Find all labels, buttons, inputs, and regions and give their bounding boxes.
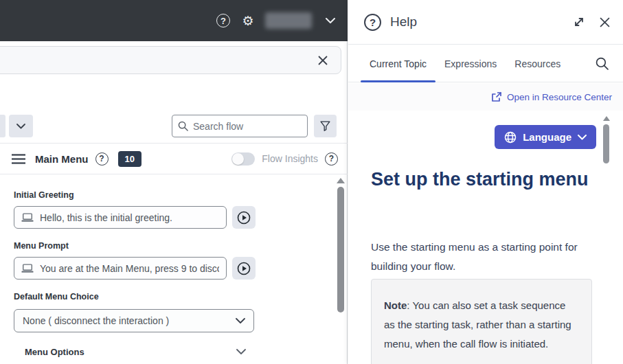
help-panel: ? Help Current Topic Expressions Resourc… [348, 0, 623, 364]
default-menu-choice-select[interactable]: None ( disconnect the interaction ) [14, 309, 254, 332]
chevron-down-icon [578, 135, 587, 140]
search-icon [178, 121, 188, 131]
help-search-button[interactable] [593, 55, 611, 73]
help-icon[interactable]: ? [216, 13, 231, 28]
hamburger-menu-icon[interactable] [12, 154, 25, 164]
search-icon [596, 57, 609, 70]
menu-count-badge: 10 [118, 151, 141, 167]
note-text: : You can also set a task sequence as th… [384, 299, 571, 350]
article-intro: Use the starting menu as a starting poin… [371, 238, 598, 276]
app-screen: ? ⚙ Main Menu ? 10 [0, 0, 623, 364]
menu-prompt-field [14, 257, 227, 280]
help-article: Language Set up the starting menu Use th… [359, 115, 606, 364]
article-note-box: Note: You can also set a task sequence a… [371, 279, 592, 364]
initial-greeting-field [14, 206, 227, 229]
external-link-icon [491, 91, 502, 102]
help-panel-title: Help [390, 14, 417, 30]
top-navigation-bar: ? ⚙ [0, 0, 348, 41]
play-menu-prompt-button[interactable] [232, 257, 256, 280]
resource-link-row: Open in Resource Center [348, 83, 623, 111]
flow-insights-toggle[interactable] [231, 152, 255, 166]
user-menu-chevron-down-icon[interactable] [323, 13, 338, 28]
banner-close-icon[interactable] [316, 54, 330, 67]
expand-diagonal-icon [573, 16, 585, 28]
default-menu-choice-value: None ( disconnect the interaction ) [23, 315, 236, 326]
initial-greeting-label: Initial Greeting [14, 190, 74, 200]
open-in-resource-center-link[interactable]: Open in Resource Center [491, 91, 612, 102]
play-icon [237, 262, 251, 275]
play-initial-greeting-button[interactable] [232, 206, 256, 229]
article-heading: Set up the starting menu [371, 165, 598, 194]
expand-panel-button[interactable] [571, 14, 587, 30]
help-tabs: Current Topic Expressions Resources [348, 45, 623, 82]
funnel-filter-icon [319, 120, 331, 132]
flow-panel-scrollbar-up-arrow[interactable] [337, 178, 345, 183]
menu-dropdown-button[interactable] [9, 115, 33, 137]
globe-icon [504, 131, 517, 144]
menu-options-label: Menu Options [25, 347, 84, 357]
initial-greeting-input[interactable] [40, 212, 219, 223]
computer-prompt-icon [21, 213, 34, 223]
menu-header-divider [0, 174, 348, 174]
help-panel-header: ? Help [348, 0, 623, 45]
default-menu-choice-label: Default Menu Choice [14, 292, 99, 302]
menu-header-row: Main Menu ? 10 Flow Insights ? [0, 144, 348, 174]
flow-insights-help-icon[interactable]: ? [325, 152, 338, 166]
split-button-left-fragment[interactable] [0, 115, 5, 137]
tab-resources[interactable]: Resources [506, 45, 569, 82]
user-name-redacted[interactable] [265, 12, 312, 29]
close-help-panel-button[interactable] [597, 14, 612, 30]
play-icon [237, 211, 251, 225]
tab-current-topic[interactable]: Current Topic [361, 45, 435, 82]
chevron-down-icon [16, 124, 25, 129]
help-scrollbar-thumb[interactable] [603, 124, 609, 163]
chevron-down-icon [236, 318, 245, 324]
flow-insights-label: Flow Insights [262, 153, 318, 164]
menu-prompt-label: Menu Prompt [14, 241, 69, 251]
flow-search-input[interactable] [193, 121, 302, 132]
flow-panel-scrollbar-thumb[interactable] [337, 187, 344, 312]
help-scrollbar-up-arrow[interactable] [603, 116, 610, 121]
tab-expressions[interactable]: Expressions [435, 45, 506, 82]
chevron-down-icon [236, 349, 246, 355]
note-label: Note [384, 299, 407, 311]
menu-prompt-input[interactable] [40, 263, 219, 274]
resource-link-label: Open in Resource Center [507, 92, 612, 102]
language-button-label: Language [523, 131, 571, 143]
computer-prompt-icon [21, 264, 34, 273]
menu-options-section-toggle[interactable]: Menu Options [25, 347, 251, 357]
help-question-icon: ? [364, 14, 381, 31]
flow-search-box [172, 115, 308, 137]
menu-help-icon[interactable]: ? [95, 152, 109, 166]
notification-banner [0, 46, 341, 74]
filter-button[interactable] [314, 115, 337, 137]
flow-editor-panel: ? ⚙ Main Menu ? 10 [0, 0, 348, 364]
close-icon [600, 17, 610, 27]
language-button[interactable]: Language [495, 125, 596, 149]
settings-gear-icon[interactable]: ⚙ [240, 13, 256, 28]
menu-title: Main Menu [35, 153, 89, 165]
